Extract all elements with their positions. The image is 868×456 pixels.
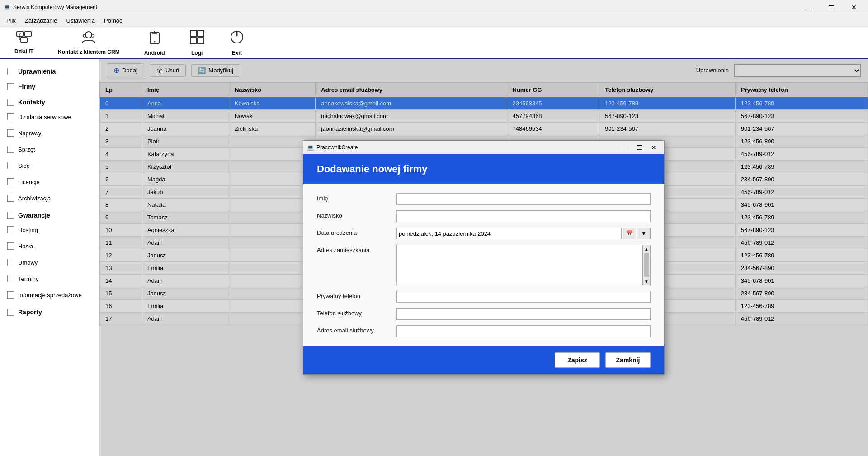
sluzbowy-telefon-label: Telefon służbowy [317,308,389,317]
checkbox-gwarancje[interactable] [7,212,14,219]
sidebar-label-umowy: Umowy [18,259,38,266]
menu-manage[interactable]: Zarządzanie [20,15,62,26]
dialog-maximize-button[interactable]: 🗖 [632,142,646,152]
form-row-imie: Imię [317,193,651,205]
nazwisko-label: Nazwisko [317,210,389,219]
toolbar-android[interactable]: Android [139,28,170,58]
sidebar-item-hosting[interactable]: Hosting [0,222,99,238]
toolbar-logi-label: Logi [191,50,203,56]
checkbox-firmy[interactable] [7,83,14,90]
minimize-button[interactable]: — [798,0,819,14]
toolbar-android-label: Android [144,50,165,56]
email-input[interactable] [396,325,651,337]
menu-help[interactable]: Pomoc [99,15,127,26]
toolbar-dzial-it[interactable]: Dział IT [9,29,39,57]
dialog-minimize-button[interactable]: — [618,142,632,152]
checkbox-uprawnienia[interactable] [7,68,14,75]
dialog-header-label: Dodawanie nowej firmy [317,163,428,175]
calendar-button[interactable]: 📅 [623,228,636,239]
sidebar-label-archiwizacja: Archiwizacja [18,195,51,202]
title-bar-controls: — 🗖 ✕ [798,0,864,14]
checkbox-umowy[interactable] [7,259,14,266]
android-icon [149,29,160,48]
toolbar: Dział IT Kontakt z klientem CRM Android [0,27,868,59]
sidebar-item-umowy[interactable]: Umowy [0,254,99,271]
sidebar-item-dzialania[interactable]: Działania serwisowe [0,109,99,125]
form-date-row: 📅 ▼ [396,228,651,239]
sidebar-item-terminy[interactable]: Terminy [0,271,99,287]
close-button[interactable]: ✕ [844,0,864,14]
scrollbar-thumb [644,253,649,277]
dialog-overlay: 💻 PracownikCreate — 🗖 ✕ Dodawanie nowej … [99,59,868,456]
form-row-email: Adres email służbowy [317,325,651,337]
textarea-scrollbar: ▲ ▼ [642,245,651,285]
sidebar-label-gwarancje: Gwarancje [18,212,50,219]
kontakt-crm-icon [80,30,97,47]
sluzbowy-telefon-input[interactable] [396,308,651,320]
data-urodzenia-input[interactable] [396,228,622,239]
checkbox-kontakty[interactable] [7,99,14,106]
sidebar-item-raporty[interactable]: Raporty [0,303,99,318]
svg-rect-18 [198,38,204,44]
save-button[interactable]: Zapisz [555,352,600,368]
checkbox-sprzet[interactable] [7,146,14,153]
nazwisko-input[interactable] [396,210,651,222]
scrollbar-up-arrow[interactable]: ▲ [643,245,650,252]
app-title: Serwis Komputerowy Management [13,4,97,10]
sidebar-item-archiwizacja[interactable]: Archiwizacja [0,190,99,206]
checkbox-hosting[interactable] [7,226,14,233]
toolbar-logi[interactable]: Logi [184,28,210,58]
form-row-nazwisko: Nazwisko [317,210,651,222]
sidebar-label-informacje: Informacje sprzedażowe [18,292,82,299]
dialog-close-button[interactable]: ✕ [647,142,660,152]
dzial-it-icon [16,31,32,47]
toolbar-kontakt-crm-label: Kontakt z klientem CRM [58,49,120,55]
close-dialog-button[interactable]: Zamknij [605,352,651,368]
sidebar-item-kontakty[interactable]: Kontakty [0,93,99,109]
imie-input[interactable] [396,193,651,205]
checkbox-archiwizacja[interactable] [7,195,14,202]
form-row-data-urodzenia: Data urodzenia 📅 ▼ [317,228,651,239]
sidebar-label-uprawnienia: Uprawnienia [18,68,56,75]
form-row-adres: Adres zamieszkania ▲ ▼ [317,245,651,285]
menu-bar: Plik Zarządzanie Ustawienia Pomoc [0,14,868,27]
checkbox-terminy[interactable] [7,275,14,282]
checkbox-hasla[interactable] [7,242,14,250]
sidebar-item-hasla[interactable]: Hasła [0,238,99,254]
checkbox-naprawy[interactable] [7,129,14,137]
sidebar-label-sprzet: Sprzęt [18,146,35,153]
checkbox-siec[interactable] [7,162,14,169]
checkbox-dzialania[interactable] [7,113,14,120]
dialog-titlebar: 💻 PracownikCreate — 🗖 ✕ [303,141,664,154]
checkbox-raporty[interactable] [7,309,14,316]
sidebar-item-naprawy[interactable]: Naprawy [0,125,99,141]
checkbox-informacje[interactable] [7,291,14,299]
data-urodzenia-label: Data urodzenia [317,228,389,236]
date-dropdown-button[interactable]: ▼ [637,228,651,239]
form-row-sluzbowy-telefon: Telefon służbowy [317,308,651,320]
menu-file[interactable]: Plik [2,15,20,26]
sidebar-item-sprzet[interactable]: Sprzęt [0,141,99,157]
maximize-button[interactable]: 🗖 [821,0,842,14]
sidebar-label-naprawy: Naprawy [18,130,41,137]
sidebar-item-siec[interactable]: Sieć [0,157,99,174]
scrollbar-down-arrow[interactable]: ▼ [643,278,650,285]
menu-settings[interactable]: Ustawienia [62,15,100,26]
svg-point-13 [154,41,155,42]
adres-textarea[interactable] [396,245,642,285]
sidebar-label-kontakty: Kontakty [18,99,45,106]
svg-rect-16 [198,30,204,37]
prywatny-telefon-input[interactable] [396,291,651,303]
toolbar-dzial-it-label: Dział IT [14,48,33,55]
dialog-titlebar-left: 💻 PracownikCreate [307,144,358,151]
toolbar-exit[interactable]: Exit [224,28,250,58]
sidebar-item-uprawnienia[interactable]: Uprawnienia [0,62,99,78]
toolbar-kontakt-crm[interactable]: Kontakt z klientem CRM [52,28,125,57]
sidebar-item-licencje[interactable]: Licencje [0,174,99,190]
chevron-down-icon: ▼ [641,230,646,237]
svg-rect-17 [190,38,197,44]
sidebar-item-firmy[interactable]: Firmy [0,78,99,93]
checkbox-licencje[interactable] [7,178,14,185]
sidebar-item-informacje[interactable]: Informacje sprzedażowe [0,287,99,303]
sidebar-item-gwarancje[interactable]: Gwarancje [0,206,99,222]
